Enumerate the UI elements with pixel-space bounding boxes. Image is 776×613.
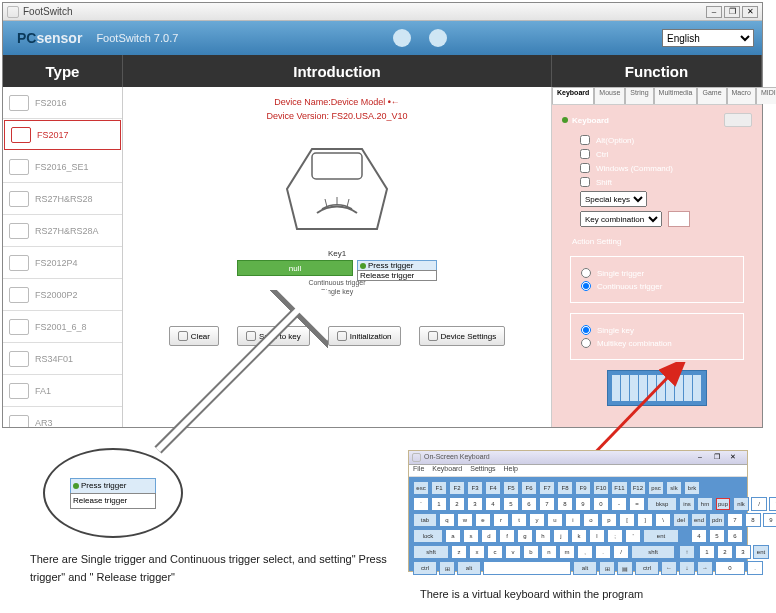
vk-key[interactable]: t [511, 513, 527, 527]
vk-key[interactable]: 1 [431, 497, 447, 511]
vk-key[interactable]: esc [413, 481, 429, 495]
vk-key[interactable]: 6 [521, 497, 537, 511]
vk-key[interactable]: F9 [575, 481, 591, 495]
clear-button[interactable]: Clear [169, 326, 219, 346]
sidebar-item[interactable]: RS27H&RS28 [3, 183, 122, 215]
modifier-ctrl[interactable]: Ctrl [580, 149, 752, 159]
vk-key[interactable]: v [505, 545, 521, 559]
vk-key[interactable]: ` [413, 497, 429, 511]
vk-key[interactable]: shft [413, 545, 449, 559]
vk-key[interactable]: 0 [593, 497, 609, 511]
vk-key[interactable]: F1 [431, 481, 447, 495]
special-keys-select[interactable]: Special keys [580, 191, 647, 207]
vk-key[interactable]: ↑ [679, 545, 695, 559]
vk-key[interactable]: s [463, 529, 479, 543]
vk-key[interactable]: alt [457, 561, 481, 575]
tab-string[interactable]: String [625, 87, 653, 104]
vk-key[interactable]: = [629, 497, 645, 511]
tab-keyboard[interactable]: Keyboard [552, 87, 594, 104]
sidebar-item-selected[interactable]: FS2017 [4, 120, 121, 150]
tab-midi[interactable]: MIDI [756, 87, 776, 104]
vk-key[interactable]: ↓ [679, 561, 695, 575]
vk-key[interactable]: F10 [593, 481, 609, 495]
radio-single-trigger[interactable]: Single trigger [581, 268, 733, 278]
close-button[interactable]: ✕ [742, 6, 758, 18]
vk-key[interactable]: F11 [611, 481, 627, 495]
vk-key[interactable]: . [747, 561, 763, 575]
vk-key[interactable]: 8 [745, 513, 761, 527]
key-combination-select[interactable]: Key combination [580, 211, 662, 227]
sidebar-item[interactable]: FS2016 [3, 87, 122, 119]
vk-key[interactable]: ctrl [635, 561, 659, 575]
key-value-box[interactable]: null [237, 260, 353, 276]
vk-key[interactable]: / [751, 497, 767, 511]
vk-key[interactable]: → [697, 561, 713, 575]
vk-key[interactable]: 1 [699, 545, 715, 559]
sidebar-item[interactable]: FA1 [3, 375, 122, 407]
sidebar-item[interactable]: FS2012P4 [3, 247, 122, 279]
vk-key[interactable]: u [547, 513, 563, 527]
vk-key[interactable]: ; [607, 529, 623, 543]
vk-key[interactable]: ← [661, 561, 677, 575]
vk-key[interactable]: ⊞ [439, 561, 455, 575]
vk-key[interactable]: / [613, 545, 629, 559]
tab-mouse[interactable]: Mouse [594, 87, 625, 104]
maximize-button[interactable]: ❐ [724, 6, 740, 18]
vk-key[interactable]: c [487, 545, 503, 559]
vk-key[interactable]: psc [648, 481, 664, 495]
sidebar-item[interactable]: FS2016_SE1 [3, 151, 122, 183]
vk-key[interactable]: hm [697, 497, 713, 511]
vk-key[interactable]: , [577, 545, 593, 559]
vk-key[interactable]: F5 [503, 481, 519, 495]
vk-key[interactable]: F3 [467, 481, 483, 495]
vk-key[interactable]: y [529, 513, 545, 527]
remove-combo-button[interactable]: — [668, 211, 690, 227]
vk-key[interactable]: 2 [717, 545, 733, 559]
vk-key[interactable]: F6 [521, 481, 537, 495]
sidebar-item[interactable]: AR3 [3, 407, 122, 427]
vk-key[interactable]: 7 [727, 513, 743, 527]
sidebar-item[interactable]: RS27H&RS28A [3, 215, 122, 247]
refresh-icon[interactable] [429, 29, 447, 47]
vk-key[interactable]: ] [637, 513, 653, 527]
modifier-shift[interactable]: Shift [580, 177, 752, 187]
radio-continuous-trigger[interactable]: Continuous trigger [581, 281, 733, 291]
vk-key[interactable]: slk [666, 481, 682, 495]
vk-key[interactable]: 7 [539, 497, 555, 511]
vk-key[interactable]: F2 [449, 481, 465, 495]
vk-key[interactable]: ins [679, 497, 695, 511]
save-to-key-button[interactable]: Save to key [237, 326, 310, 346]
vk-key[interactable]: alt [573, 561, 597, 575]
vk-key[interactable]: . [595, 545, 611, 559]
vk-key[interactable]: w [457, 513, 473, 527]
vk-key[interactable]: j [553, 529, 569, 543]
vk-key[interactable]: pdn [709, 513, 725, 527]
vk-key[interactable]: e [475, 513, 491, 527]
vk-key[interactable]: l [589, 529, 605, 543]
vk-key[interactable]: 5 [709, 529, 725, 543]
modifier-alt[interactable]: Alt(Option) [580, 135, 752, 145]
vk-maximize[interactable]: ❐ [714, 453, 728, 463]
sidebar-item[interactable]: FS2001_6_8 [3, 311, 122, 343]
vk-key[interactable]: 2 [449, 497, 465, 511]
vk-key[interactable]: o [583, 513, 599, 527]
vk-key[interactable]: brk [684, 481, 700, 495]
vk-key[interactable]: m [559, 545, 575, 559]
vk-key[interactable]: n [541, 545, 557, 559]
vk-key[interactable]: ⊞ [599, 561, 615, 575]
vk-key[interactable]: z [451, 545, 467, 559]
vk-key[interactable]: ctrl [413, 561, 437, 575]
vk-key[interactable]: f [499, 529, 515, 543]
vk-key[interactable]: F4 [485, 481, 501, 495]
vk-key[interactable]: nlk [733, 497, 749, 511]
sidebar-item[interactable]: RS34F01 [3, 343, 122, 375]
vk-key[interactable] [483, 561, 571, 575]
vk-key[interactable]: 9 [763, 513, 776, 527]
vk-close[interactable]: ✕ [730, 453, 744, 463]
vk-key[interactable]: * [769, 497, 776, 511]
vk-key[interactable]: F8 [557, 481, 573, 495]
vk-key[interactable]: 3 [467, 497, 483, 511]
tab-game[interactable]: Game [697, 87, 726, 104]
virtual-keyboard-thumbnail[interactable] [607, 370, 707, 406]
device-settings-button[interactable]: Device Settings [419, 326, 506, 346]
